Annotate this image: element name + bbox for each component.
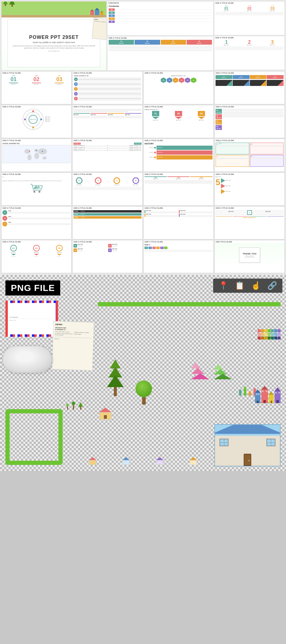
row-2: ADD A TITLE SLIDE STEP 01 ADD TEXT STEP …	[1, 71, 285, 104]
slide-label-4: ADD A TITLE SLIDE	[214, 36, 284, 39]
right-top-slides: Contents Contents 01 02 03	[107, 1, 213, 71]
row-4: ADD A TITLE SLIDE ASADAL INTERNET INC.	[1, 139, 285, 172]
svg-point-7	[36, 150, 37, 151]
main-subtitle: Insert my subtitle or main author's name…	[33, 41, 75, 43]
slide-label-2: ADD A TITLE SLIDE	[107, 36, 213, 39]
slide-thank-you[interactable]: ADD TItLE SLIDE THANK YOU Insert my subt…	[214, 240, 285, 273]
slide-label-3: ADD A TITLE SLIDE	[214, 2, 284, 4]
cursor-icon: ☝️	[251, 281, 261, 290]
decorative-small-items	[239, 387, 256, 396]
slide-history[interactable]: ADD A TITLE SLIDE HISTORY STEP 01 ADD TE…	[143, 139, 214, 172]
small-trees-row	[66, 402, 83, 410]
slide-map[interactable]: ADD A TITLE SLIDE ASADAL INTERNET INC.	[1, 139, 72, 172]
slide-cart[interactable]: ADD A TITLE SLIDE " Asadal Inc. by Asada…	[1, 172, 72, 206]
slide-row2-2[interactable]: ADD A TITLE SLIDE ASADAL INTERNETS, INC.…	[72, 71, 143, 104]
buildings-cluster	[255, 390, 281, 403]
slide-row2-4[interactable]: ADD A TITLE SLIDE 01 ADD TEXT 02 ADD TEX…	[214, 71, 285, 104]
slide-years[interactable]: ADD A TITLE SLIDE 2012 ADD TEXT 2013 ADD…	[143, 172, 214, 206]
slide-row2-3[interactable]: ADD A TITLE SLIDE ASADAL INTERNETS, INC.…	[143, 71, 214, 104]
row-3: ADD A TITLE SLIDE ADD TEXT	[1, 105, 285, 138]
location-icon: 📍	[219, 281, 228, 290]
green-frame-element	[5, 409, 63, 465]
row-6: ADD A TITLE SLIDE A STEP B STEP	[1, 206, 285, 239]
slide-row3-1[interactable]: ADD A TITLE SLIDE ADD TEXT	[1, 105, 72, 138]
slide-dark-steps[interactable]: ADD A TITLE SLIDE ASADAL STEP 01 ASADAL …	[72, 206, 143, 239]
document-icon: 📋	[235, 281, 244, 290]
main-desc: Asadal has been running one of the bigge…	[11, 45, 97, 49]
tree-round	[135, 380, 152, 405]
slide-row3-4[interactable]: ADD A TITLE SLIDE 01ADD TEXT 02ADD TEXT …	[214, 105, 285, 138]
tree-tall	[107, 359, 124, 396]
png-section: PNG FILE 📍 📋 ☝️ 🔗 To: Recipient Address …	[0, 275, 286, 471]
label: ADD A TITLE SLIDE	[2, 71, 71, 74]
slide-circles[interactable]: ADD A TITLE SLIDE 01 ADD TEXT 02 ADD TEX…	[72, 172, 143, 206]
png-file-label: PNG FILE	[5, 280, 60, 295]
pillow-element	[2, 346, 52, 373]
row-5: ADD A TITLE SLIDE " Asadal Inc. by Asada…	[1, 172, 285, 206]
newspaper-element: career Job Quest Job Iat Elizabeth Ti...…	[52, 321, 94, 371]
green-bar-element	[98, 302, 281, 306]
slide-steps-right[interactable]: ADD A TITLE SLIDE STEP 01 ADD TEXT STEP …	[214, 1, 285, 35]
slides-section: POWER PPT 29SET Insert my subtitle or ma…	[0, 0, 286, 275]
slide-num-right[interactable]: ADD A TITLE SLIDE 1 ADD TEXT 2 ADD TEXT	[214, 36, 285, 70]
slide-checkbox[interactable]: ADD A TITLE SLIDE ADD TEXT ✓ ADD TEXT	[214, 206, 285, 239]
slide-step-arrows[interactable]: ADD A TITLE SLIDE STEP >> 01 02 03 04 05…	[143, 240, 214, 273]
small-house-left	[99, 408, 111, 420]
slide-label: Contents	[107, 2, 213, 4]
slide-tags[interactable]: ADD A TITLE SLIDE 01 ● 02	[214, 139, 285, 172]
slide-steps-abc[interactable]: ADD A TITLE SLIDE A STEP B STEP	[1, 206, 72, 239]
svg-point-8	[42, 151, 43, 152]
svg-point-3	[34, 153, 39, 159]
top-row: POWER PPT 29SET Insert my subtitle or ma…	[1, 1, 285, 71]
svg-point-1	[27, 154, 32, 160]
slide-contents[interactable]: Contents Contents 01 02 03	[107, 1, 213, 36]
svg-point-14	[35, 186, 37, 188]
main-slide[interactable]: POWER PPT 29SET Insert my subtitle or ma…	[1, 1, 107, 71]
slide-icon-pairs[interactable]: ADD A TITLE SLIDE 01 ADD TEXT 02	[72, 240, 143, 273]
color-bars-stack	[258, 329, 281, 339]
svg-point-10	[39, 191, 40, 193]
main-title: POWER PPT 29SET	[29, 35, 79, 40]
row-7: ADD A TITLE SLIDE 01 ADD TEXT ★★★★★ 02 A…	[1, 240, 285, 273]
slide-chevrons[interactable]: ADD A TITLE SLIDE 01 ADD TEXT ★★★★★ 02 A…	[1, 240, 72, 273]
svg-point-15	[38, 186, 39, 188]
slide-numbered[interactable]: ADD A TITLE SLIDE 01ADD TEXT 02ADD TEXT …	[107, 36, 213, 71]
svg-point-6	[29, 151, 30, 152]
house-icons-grid	[75, 456, 211, 466]
slide-diagonal[interactable]: ADD A TITLE SLIDE ADD TEXT 5 ADD TEXT	[214, 172, 285, 206]
slide-metrics[interactable]: ADD A TITLE SLIDE METRICS SUCCESS ASADAL…	[72, 139, 143, 172]
svg-point-9	[33, 191, 35, 193]
main-container: POWER PPT 29SET Insert my subtitle or ma…	[0, 0, 286, 471]
slide-row3-3[interactable]: ADD A TITLE SLIDE ASADAL INTERNET INC. 0…	[143, 105, 214, 138]
share-icon: 🔗	[267, 281, 277, 290]
icons-bar: 📍 📋 ☝️ 🔗	[213, 279, 282, 293]
pyramid-group	[191, 362, 232, 379]
svg-point-5	[42, 156, 47, 159]
slide-text-cards[interactable]: ADD A TITLE SLIDE ADD TEXT ADD TEXT	[143, 206, 214, 239]
slide-row3-2[interactable]: ADD A TITLE SLIDE ADD TEXT	[72, 105, 143, 138]
slide-row2-1[interactable]: ADD A TITLE SLIDE STEP 01 ADD TEXT STEP …	[1, 71, 72, 104]
envelope-element: To: Recipient Address line	[5, 301, 58, 337]
large-house	[214, 424, 281, 466]
